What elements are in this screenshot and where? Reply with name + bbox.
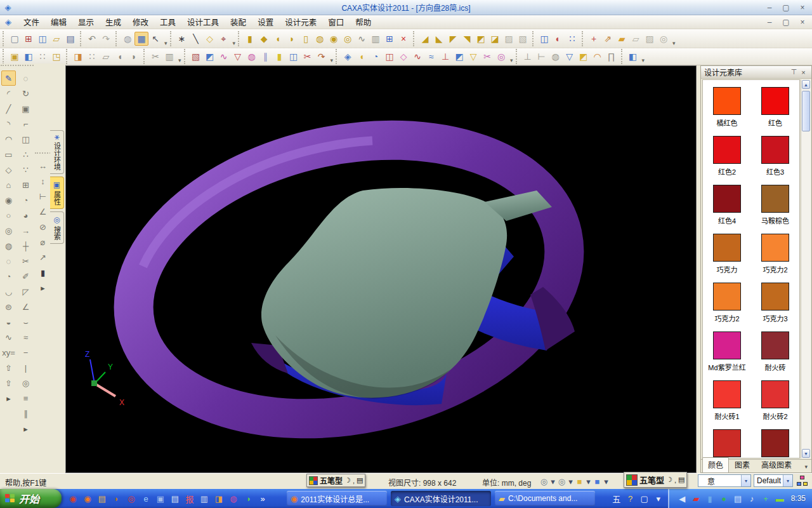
toolbar-overflow-icon[interactable]: ▾	[331, 57, 334, 65]
task-caxa[interactable]: ◈ CAXA实体设计2011...	[391, 491, 491, 506]
ime-logo-icon[interactable]	[309, 476, 318, 485]
constraint-icon[interactable]: ∷	[85, 50, 99, 64]
swatch-chocolate-2a[interactable]: 巧克力2	[751, 229, 799, 278]
task-explorer[interactable]: ▰ C:\Documents and...	[495, 491, 595, 506]
swatch-orange-red[interactable]: 橘红色	[703, 83, 751, 131]
view-orientation-dropdown-icon[interactable]: ▾	[584, 475, 593, 488]
swatch-red-4[interactable]: 红色4	[703, 180, 751, 229]
funnel-icon[interactable]: ▽	[231, 50, 245, 64]
circle-pair-icon[interactable]: ◌	[18, 70, 33, 86]
panel-close-icon[interactable]: ×	[799, 69, 808, 76]
toolbar-overflow-icon[interactable]: ▾	[178, 57, 181, 65]
media-player-icon[interactable]: ▤	[96, 492, 108, 505]
volume-tray-icon[interactable]: ♪	[747, 492, 757, 505]
swatch-red-3[interactable]: 红色3	[751, 131, 799, 180]
circle-center-icon[interactable]: ◉	[1, 192, 16, 208]
viewport-3d[interactable]: Z Y X	[65, 65, 697, 473]
surface-diamond-icon[interactable]: ◈	[341, 50, 355, 64]
swatch-firebrick-4[interactable]: 耐火砖4	[751, 425, 799, 458]
spline-tool-icon[interactable]: ∿	[1, 330, 16, 345]
ime-mode-label[interactable]: 五笔型	[639, 474, 664, 486]
vertical-dimension-icon[interactable]: ↕	[36, 173, 50, 189]
blue-app-icon[interactable]: ▣	[154, 492, 167, 505]
zoom-in-icon[interactable]: ◎	[540, 475, 548, 488]
col1-expand-icon[interactable]: ▸	[1, 391, 16, 406]
revolve-body-icon[interactable]: ◎	[657, 32, 671, 46]
undo-icon[interactable]: ↶	[85, 32, 99, 46]
menu-help[interactable]: 帮助	[350, 15, 377, 29]
zoom-window-dropdown-icon[interactable]: ▾	[566, 475, 575, 488]
moon-icon[interactable]: ☽	[666, 476, 672, 484]
menu-generate[interactable]: 生成	[100, 15, 127, 29]
arc-ends-icon[interactable]: ⌣	[18, 314, 33, 330]
circle-tool-icon[interactable]: ○	[1, 208, 16, 223]
capsule-icon[interactable]: ▮	[273, 50, 287, 64]
extrude-cut-icon[interactable]: ▯	[299, 32, 313, 46]
help-indicator-icon[interactable]: ?	[625, 492, 636, 505]
notepad-icon[interactable]: ▤	[169, 492, 181, 505]
flag-surface-icon[interactable]: ◩	[452, 50, 466, 64]
ellipse-tool-icon[interactable]: ⊜	[1, 299, 16, 314]
toolbar-overflow-icon[interactable]: ▾	[672, 40, 676, 48]
ibeam-icon[interactable]: ⊥	[438, 50, 452, 64]
wave-surface-icon[interactable]: ≈	[424, 50, 438, 64]
view-orientation-icon[interactable]: ■	[575, 475, 584, 488]
triad-tool-icon[interactable]: ⌖	[217, 32, 231, 46]
pick-corner-icon[interactable]: ◸	[18, 284, 33, 299]
mirror-feature-icon[interactable]: ◐	[551, 32, 565, 46]
transform-copy-icon[interactable]: ▨	[643, 32, 657, 46]
toolbox-icon[interactable]: ▣	[8, 50, 22, 64]
small-diamond-icon[interactable]: ◇	[396, 50, 410, 64]
library-folder-icon[interactable]: ▱	[99, 50, 113, 64]
toolbar-overflow-icon[interactable]: ▾	[164, 40, 167, 48]
angle-dimension-icon[interactable]: ∠	[36, 204, 50, 219]
swatch-saddle-brown[interactable]: 马鞍棕色	[751, 180, 799, 229]
doc-minimize-button[interactable]: –	[765, 18, 774, 27]
restore-indicator-icon[interactable]: ▢	[639, 492, 650, 505]
menu-design-tools[interactable]: 设计工具	[181, 15, 225, 29]
vertex-blend-icon[interactable]: ◥	[460, 32, 474, 46]
vline-tool-icon[interactable]: |	[18, 360, 33, 375]
rib-icon[interactable]: ◫	[383, 50, 396, 64]
swatch-chocolate-2b[interactable]: 巧克力2	[703, 278, 751, 327]
construction-line-icon[interactable]: ╲	[189, 32, 203, 46]
moon-icon[interactable]: ☽	[344, 476, 351, 485]
combobox-arrow-icon[interactable]: ▾	[741, 475, 750, 486]
notepad-2-icon[interactable]: ▥	[198, 492, 211, 505]
pattern-feature-icon[interactable]: ∷	[565, 32, 579, 46]
ime-wubi-indicator[interactable]: 五	[611, 492, 622, 505]
ati-tray-icon[interactable]: ▰	[691, 492, 702, 505]
revolve-icon[interactable]: ◆	[257, 32, 271, 46]
sweep-icon[interactable]: ◖	[271, 32, 285, 46]
split-part-icon[interactable]: ◫	[537, 32, 551, 46]
quarter-arc-2-icon[interactable]: ◕	[18, 208, 33, 223]
corner-flag-icon[interactable]: ◩	[577, 50, 591, 64]
menu-modify[interactable]: 修改	[127, 15, 154, 29]
pattern-grid-icon[interactable]: ⊞	[18, 177, 33, 192]
dimension-style-icon[interactable]: ▮	[36, 265, 50, 280]
shield-plus-tray-icon[interactable]: +	[761, 492, 771, 505]
swatch-red-2[interactable]: 红色2	[703, 131, 751, 180]
chamfer-icon[interactable]: ◣	[432, 32, 446, 46]
swatch-firebrick[interactable]: 耐火砖	[751, 327, 799, 376]
opera-icon[interactable]: ◎	[125, 492, 138, 505]
point-tool-icon[interactable]: ∗	[175, 32, 189, 46]
pattern-dots-icon[interactable]: ∴	[18, 147, 33, 162]
trim-curve-icon[interactable]: ✂	[301, 50, 315, 64]
panel-tab-primitives[interactable]: 图素	[729, 457, 756, 472]
line-tool-icon[interactable]: ╱	[1, 101, 16, 116]
shell-icon[interactable]: ◩	[474, 32, 488, 46]
wave-tool-icon[interactable]: ≈	[18, 330, 33, 345]
mail-app-icon[interactable]: ◨	[213, 492, 225, 505]
arc-arrow-icon[interactable]: ↷	[315, 50, 329, 64]
swatch-firebrick-3[interactable]: 耐火砖3	[703, 425, 751, 458]
sketch-edit-icon[interactable]: ✎	[1, 70, 16, 86]
transform-icon[interactable]: ▱	[629, 32, 643, 46]
v-cut-icon[interactable]: ▽	[466, 50, 480, 64]
help-pointer-icon[interactable]: ↖	[148, 32, 162, 46]
restore-button[interactable]: ▢	[782, 3, 790, 12]
doc-close-button[interactable]: ×	[798, 18, 807, 27]
torus-icon[interactable]: ◍	[245, 50, 259, 64]
dock-tab-properties[interactable]: ▣ 属性	[50, 177, 64, 209]
menu-settings[interactable]: 设置	[252, 15, 279, 29]
